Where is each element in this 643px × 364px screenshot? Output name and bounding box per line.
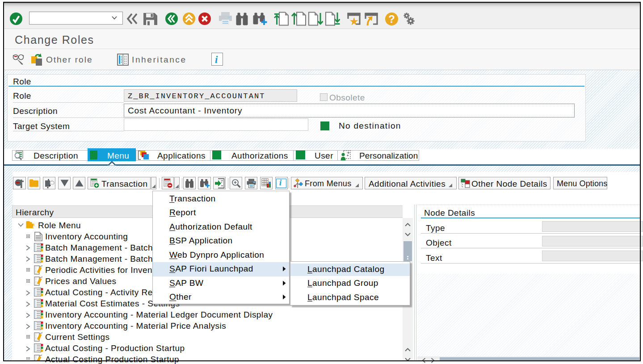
svg-text:?: ? [388,13,395,25]
